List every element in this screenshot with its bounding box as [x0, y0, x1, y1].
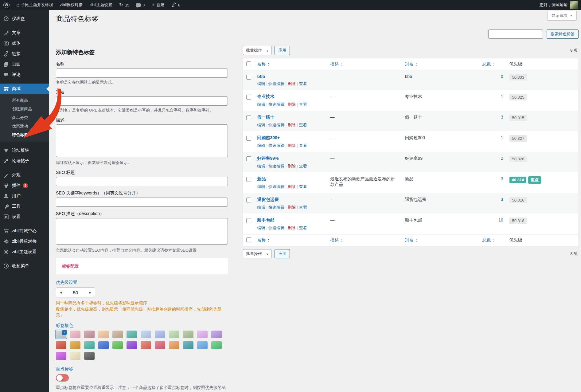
sidebar-item-tools[interactable]: 工具 [0, 201, 49, 212]
row-action[interactable]: 编辑 [257, 81, 265, 86]
row-action[interactable]: 删除 [288, 225, 296, 230]
row-action[interactable]: 查看 [299, 164, 307, 168]
bulk-action-select[interactable]: 批量操作 ∨ [243, 46, 271, 55]
sidebar-item-cart[interactable]: zibll商城中心 [0, 226, 49, 236]
color-swatch[interactable] [70, 331, 80, 338]
row-action[interactable]: 快速编辑 [268, 143, 284, 148]
row-action[interactable]: 删除 [288, 143, 296, 148]
search-tags-button[interactable]: 搜索特色标签 [547, 29, 579, 39]
sidebar-item-users[interactable]: 用户 [0, 191, 49, 201]
color-swatch[interactable] [56, 352, 66, 360]
color-swatch[interactable] [141, 331, 151, 338]
color-swatch[interactable] [112, 341, 123, 349]
seo-keywords-input[interactable] [56, 198, 228, 207]
sidebar-item-settings[interactable]: 设置 [0, 212, 49, 222]
tag-name-link[interactable]: 专业技术 [257, 94, 275, 99]
color-swatch[interactable] [56, 341, 66, 349]
alias-input[interactable] [56, 96, 228, 106]
tag-count-link[interactable]: 1 [501, 94, 503, 99]
tag-count-link[interactable]: 2 [501, 156, 503, 161]
apply-button[interactable]: 应用 [275, 46, 290, 55]
color-swatch[interactable] [70, 352, 80, 360]
sort-column-header[interactable]: 别名▲▼ [405, 237, 418, 243]
comments-menu[interactable]: 0 [133, 0, 148, 10]
row-action[interactable]: 快速编辑 [268, 205, 284, 210]
sidebar-subitem[interactable]: 所有商品 [0, 96, 49, 105]
sidebar-subitem[interactable]: 创建新商品 [0, 105, 49, 113]
row-action[interactable]: 查看 [299, 225, 307, 230]
row-action[interactable]: 删除 [288, 123, 296, 127]
tag-name-link[interactable]: bbb [257, 74, 265, 79]
user-greeting[interactable]: 您好，测试哈哈 [540, 2, 567, 8]
row-action[interactable]: 删除 [288, 205, 296, 210]
adminbar-zibll-auth[interactable]: zibll授权对接 [57, 0, 86, 10]
row-action[interactable]: 查看 [299, 81, 307, 86]
updates-menu[interactable]: ↻ 15 [115, 0, 133, 10]
row-action[interactable]: 编辑 [257, 143, 265, 148]
color-swatch[interactable] [56, 331, 66, 338]
row-action[interactable]: 快速编辑 [268, 184, 284, 189]
tag-config-toggle[interactable]: 标签配置 [62, 264, 79, 269]
row-action[interactable]: 快速编辑 [268, 81, 284, 86]
bulk-action-select-bottom[interactable]: 批量操作 ∨ [243, 249, 271, 258]
tag-count-link[interactable]: 10 [498, 218, 503, 222]
color-swatch[interactable] [70, 341, 80, 349]
sort-column-header[interactable]: 总数▲▼ [482, 61, 495, 67]
row-action[interactable]: 编辑 [257, 184, 265, 189]
sort-column-header[interactable]: 名称▲▼ [257, 61, 270, 67]
color-swatch[interactable] [141, 341, 151, 349]
row-checkbox[interactable] [246, 115, 251, 120]
description-textarea[interactable] [56, 124, 228, 157]
color-swatch[interactable] [211, 341, 222, 349]
row-action[interactable]: 查看 [299, 184, 307, 189]
sidebar-subitem[interactable]: 商品分类 [0, 113, 49, 122]
row-action[interactable]: 编辑 [257, 164, 265, 168]
row-action[interactable]: 快速编辑 [268, 123, 284, 127]
sidebar-item-media[interactable]: 媒体 [0, 38, 49, 49]
sort-column-header[interactable]: 描述▲▼ [330, 237, 343, 243]
tag-name-link[interactable]: 顺丰包邮 [257, 218, 275, 222]
select-all-checkbox[interactable] [246, 237, 251, 242]
sidebar-item-appearance[interactable]: 外观 [0, 170, 49, 180]
row-checkbox[interactable] [246, 95, 251, 100]
color-swatch[interactable] [155, 341, 165, 349]
select-all-checkbox[interactable] [246, 61, 251, 66]
seo-title-input[interactable] [56, 177, 228, 186]
sidebar-item-store[interactable]: 商城 [0, 84, 49, 94]
color-swatch[interactable] [197, 331, 208, 338]
sidebar-subitem[interactable]: 特色标签 [0, 131, 49, 139]
row-action[interactable]: 查看 [299, 102, 307, 107]
row-action[interactable]: 编辑 [257, 123, 265, 127]
row-action[interactable]: 快速编辑 [268, 225, 284, 230]
tag-count-link[interactable]: 3 [501, 197, 503, 202]
row-action[interactable]: 编辑 [257, 205, 265, 210]
row-action[interactable]: 删除 [288, 164, 296, 168]
row-action[interactable]: 删除 [288, 81, 296, 86]
sidebar-subitem[interactable]: 优惠活动 [0, 122, 49, 131]
color-swatch[interactable] [155, 331, 165, 338]
sidebar-item-plugin[interactable]: 插件9 [0, 180, 49, 191]
featured-toggle[interactable] [56, 374, 69, 382]
tag-name-link[interactable]: 退货包运费 [257, 197, 279, 202]
tag-name-link[interactable]: 好评率99% [257, 156, 279, 161]
seo-description-textarea[interactable] [56, 218, 228, 245]
row-action[interactable]: 查看 [299, 205, 307, 210]
color-swatch[interactable] [84, 352, 95, 360]
row-action[interactable]: 删除 [288, 184, 296, 189]
sidebar-item-pages[interactable]: 页面 [0, 59, 49, 69]
stepper-decrease-button[interactable]: ◀ [56, 288, 66, 297]
row-checkbox[interactable] [246, 177, 251, 182]
sort-column-header[interactable]: 名称▲▼ [257, 237, 270, 243]
screen-options-button[interactable]: 显示选项 ▼ [547, 11, 577, 21]
color-swatch[interactable] [98, 341, 109, 349]
row-action[interactable]: 删除 [288, 102, 296, 107]
tag-count-link[interactable]: 3 [501, 176, 503, 181]
row-checkbox[interactable] [246, 136, 251, 141]
new-content-menu[interactable]: + 新建 [148, 0, 168, 10]
adminbar-zibll-theme[interactable]: zibll主题设置 [86, 0, 115, 10]
sidebar-item-pin[interactable]: 文章 [0, 28, 49, 38]
color-swatch[interactable] [169, 331, 179, 338]
row-checkbox[interactable] [246, 198, 251, 202]
sort-column-header[interactable]: 别名▲▼ [405, 61, 418, 67]
sidebar-item-gear[interactable]: zibll授权对接 [0, 236, 49, 247]
